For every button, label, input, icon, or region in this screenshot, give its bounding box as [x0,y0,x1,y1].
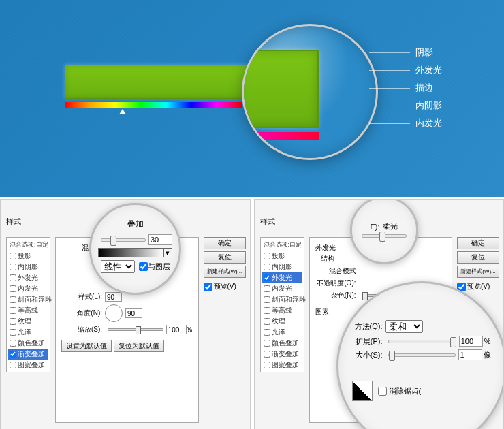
blend-options-row[interactable]: 混合选项:自定 [8,239,48,251]
style-contour[interactable]: 等高线 [262,305,302,316]
preview-checkbox[interactable]: 预览(V) [204,282,246,291]
angle-dial[interactable] [105,304,123,322]
callout-shadow: 阴影 [415,44,442,61]
style-gradient-overlay[interactable]: 渐变叠加 [262,349,302,360]
gradient-type-select[interactable]: 线性 [101,260,135,273]
style-pattern-overlay[interactable]: 图案叠加 [8,360,48,370]
style-outer-glow[interactable]: 外发光 [262,272,302,283]
cancel-button[interactable]: 复位 [457,251,499,264]
callout-stroke: 描边 [415,79,442,97]
style-texture[interactable]: 纹理 [8,316,48,327]
size-input[interactable] [458,349,482,360]
style-outer-glow[interactable]: 外发光 [8,272,48,283]
callout-inner-shadow: 内阴影 [415,97,442,114]
style-satin[interactable]: 光泽 [262,327,302,338]
style-value[interactable] [105,292,122,302]
style-pattern-overlay[interactable]: 图案叠加 [262,360,302,370]
styles-header: 样式 [6,217,21,227]
callout-inner-glow: 内发光 [415,114,442,132]
style-color-overlay[interactable]: 颜色叠加 [8,338,48,349]
style-satin[interactable]: 光泽 [8,327,48,338]
set-default-button[interactable]: 设置为默认值 [61,340,112,352]
scale-slider[interactable] [108,328,163,331]
style-bevel[interactable]: 斜面和浮雕 [8,294,48,305]
style-color-overlay[interactable]: 颜色叠加 [262,338,302,349]
new-style-button[interactable]: 新建样式(W)... [204,266,246,278]
gradient-dropdown-icon[interactable]: ▾ [163,248,172,257]
new-style-button[interactable]: 新建样式(W)... [457,266,499,278]
zoom-blend-mode: E): 柔光 [350,199,418,264]
style-texture[interactable]: 纹理 [262,316,302,327]
styles-list: 混合选项:自定 投影 内阴影 外发光 内发光 斜面和浮雕 等高线 纹理 光泽 颜… [6,237,50,372]
style-inner-shadow[interactable]: 内阴影 [8,261,48,272]
style-gradient-overlay[interactable]: 渐变叠加 [8,349,48,360]
style-bevel[interactable]: 斜面和浮雕 [262,294,302,305]
ok-button[interactable]: 确定 [204,237,246,249]
style-inner-glow[interactable]: 内发光 [262,283,302,294]
scale-input[interactable] [166,325,187,334]
styles-header: 样式 [260,217,275,227]
magnified-magenta [242,132,319,140]
ok-button[interactable]: 确定 [457,237,499,249]
reset-default-button[interactable]: 复位为默认值 [114,340,164,352]
style-drop-shadow[interactable]: 投影 [8,251,48,261]
opacity-slider[interactable] [101,238,146,242]
size-slider[interactable] [388,353,456,357]
styles-list: 混合选项:自定 投影 内阴影 外发光 内发光 斜面和浮雕 等高线 纹理 光泽 颜… [260,237,304,372]
rainbow-gradient [65,102,242,108]
dialog-buttons: 确定 复位 新建样式(W)... 预览(V) [457,237,499,291]
callout-outer-glow: 外发光 [415,61,442,79]
gradient-preview[interactable] [98,248,163,257]
spread-slider[interactable] [388,340,456,343]
layer-style-dialog-outer-glow: 样式 混合选项:自定 投影 内阴影 外发光 内发光 斜面和浮雕 等高线 纹理 光… [254,199,505,429]
layer-style-dialog-gradient: 样式 混合选项:自定 投影 内阴影 外发光 内发光 斜面和浮雕 等高线 纹理 光… [0,199,251,429]
magnified-green [242,50,319,128]
angle-input[interactable] [125,308,142,318]
rainbow-marker [119,109,126,114]
style-contour[interactable]: 等高线 [8,305,48,316]
magnifier-lens [242,24,378,160]
style-inner-shadow[interactable]: 内阴影 [262,261,302,272]
dialogs-panel: 样式 混合选项:自定 投影 内阴影 外发光 内发光 斜面和浮雕 等高线 纹理 光… [0,199,504,429]
contour-preview[interactable] [352,381,373,401]
dialog-buttons: 确定 复位 新建样式(W)... 预览(V) [204,237,246,291]
style-inner-glow[interactable]: 内发光 [8,283,48,294]
preview-panel: 阴影 外发光 描边 内阴影 内发光 [0,0,504,197]
anti-alias-row[interactable]: 消除锯齿( [378,386,422,396]
preview-checkbox[interactable]: 预览(V) [457,282,499,291]
method-select[interactable]: 柔和 [385,320,423,333]
zoom-title: 叠加 [98,219,172,230]
cancel-button[interactable]: 复位 [204,251,246,264]
blend-options-row[interactable]: 混合选项:自定 [262,239,302,251]
zoom-gradient-settings: 叠加 ▾ 线性 与图层 [89,203,181,295]
blend-opacity-slider[interactable] [362,234,407,238]
style-drop-shadow[interactable]: 投影 [262,251,302,261]
effect-callouts: 阴影 外发光 描边 内阴影 内发光 [415,44,442,132]
opacity-input[interactable] [148,234,172,245]
spread-input[interactable] [459,336,483,347]
align-checkbox[interactable] [139,262,148,271]
